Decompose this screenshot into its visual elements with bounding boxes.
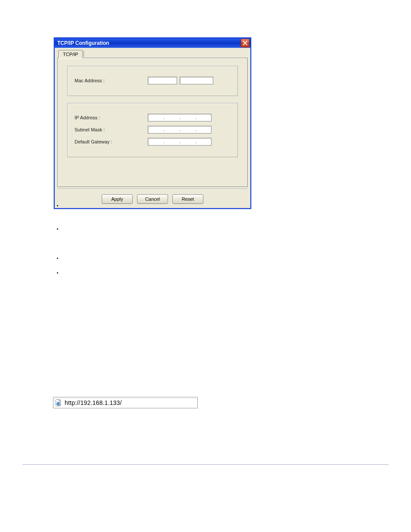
page-divider bbox=[22, 464, 389, 465]
ip-octet-1[interactable] bbox=[149, 114, 164, 121]
gateway-octet-3[interactable] bbox=[181, 138, 196, 145]
row-ip: IP Address : . . . bbox=[75, 114, 230, 121]
subnet-input[interactable]: . . . bbox=[148, 126, 212, 134]
subnet-octet-3[interactable] bbox=[181, 126, 196, 133]
label-ip: IP Address : bbox=[75, 115, 148, 120]
ip-input[interactable]: . . . bbox=[148, 114, 212, 121]
label-subnet: Subnet Mask : bbox=[75, 127, 148, 132]
window-title: TCP/IP Configuration bbox=[57, 40, 109, 46]
tab-divider bbox=[84, 51, 84, 57]
subnet-octet-1[interactable] bbox=[149, 126, 164, 133]
button-row-separator bbox=[57, 189, 248, 189]
button-row: Apply Cancel Reset bbox=[57, 193, 248, 205]
tcpip-config-dialog: TCP/IP Configuration TCP/IP Mac Address … bbox=[54, 37, 251, 209]
addressbar-url: http://192.168.1.133/ bbox=[65, 399, 122, 406]
tab-panel: Mac Address : IP Address : bbox=[57, 58, 248, 187]
ip-octet-4[interactable] bbox=[196, 114, 211, 121]
titlebar: TCP/IP Configuration bbox=[55, 38, 250, 48]
ip-octet-3[interactable] bbox=[181, 114, 196, 121]
addressbar-container: http://192.168.1.133/ bbox=[53, 396, 198, 408]
row-gateway: Default Gateway : . . . bbox=[75, 138, 230, 146]
row-subnet: Subnet Mask : . . . bbox=[75, 126, 230, 134]
mac-input-a[interactable] bbox=[148, 77, 177, 84]
gateway-octet-2[interactable] bbox=[165, 138, 180, 145]
cancel-button[interactable]: Cancel bbox=[137, 194, 168, 204]
gateway-input[interactable]: . . . bbox=[148, 138, 212, 146]
gateway-octet-4[interactable] bbox=[196, 138, 211, 145]
close-button[interactable] bbox=[241, 39, 249, 47]
label-mac: Mac Address : bbox=[75, 78, 148, 83]
group-ip: IP Address : . . . bbox=[67, 103, 238, 157]
subnet-octet-2[interactable] bbox=[165, 126, 180, 133]
apply-button[interactable]: Apply bbox=[102, 194, 133, 204]
ip-octet-2[interactable] bbox=[165, 114, 180, 121]
tab-label: TCP/IP bbox=[63, 52, 78, 57]
row-mac: Mac Address : bbox=[75, 77, 230, 84]
close-icon bbox=[243, 41, 247, 45]
ie-page-icon bbox=[55, 399, 62, 406]
tab-tcpip[interactable]: TCP/IP bbox=[58, 50, 83, 58]
group-mac: Mac Address : bbox=[67, 66, 238, 96]
mac-input-b[interactable] bbox=[180, 77, 213, 84]
tabstrip: TCP/IP bbox=[58, 50, 248, 58]
label-gateway: Default Gateway : bbox=[75, 139, 148, 144]
reset-button[interactable]: Reset bbox=[172, 194, 203, 204]
client-area: TCP/IP Mac Address : bbox=[55, 48, 250, 208]
subnet-octet-4[interactable] bbox=[196, 126, 211, 133]
gateway-octet-1[interactable] bbox=[149, 138, 164, 145]
mac-fields bbox=[148, 77, 230, 84]
addressbar[interactable]: http://192.168.1.133/ bbox=[53, 397, 198, 408]
